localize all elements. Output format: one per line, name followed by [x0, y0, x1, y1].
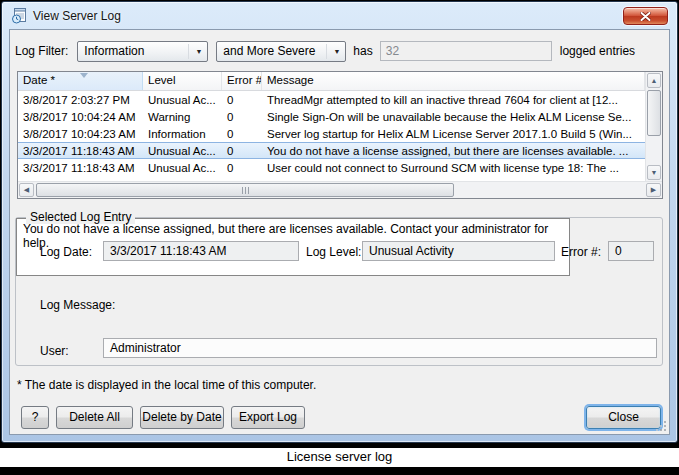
log-filter-direction-select[interactable]: and More Severe ▼ — [216, 41, 346, 62]
table-row[interactable]: 3/8/2017 2:03:27 PMUnusual Ac...0ThreadM… — [18, 91, 645, 108]
column-header-error[interactable]: Error # — [222, 72, 262, 90]
log-filter-row: Log Filter: Information ▼ and More Sever… — [15, 40, 664, 62]
resize-grip-icon[interactable] — [656, 421, 667, 432]
cell-date: 3/8/2017 10:04:24 AM — [18, 111, 143, 123]
chevron-down-icon: ▼ — [195, 42, 202, 61]
close-icon — [640, 7, 651, 25]
log-filter-severity-select[interactable]: Information ▼ — [77, 41, 208, 62]
vertical-scroll-thumb[interactable] — [647, 90, 661, 136]
scroll-up-icon[interactable]: ▲ — [647, 73, 661, 88]
scroll-left-icon[interactable]: ◀ — [19, 183, 34, 197]
log-filter-label: Log Filter: — [15, 44, 68, 58]
user-label: User: — [40, 344, 69, 358]
log-date-field: 3/3/2017 11:18:43 AM — [103, 241, 299, 261]
window-title: View Server Log — [33, 9, 121, 23]
cell-level: Unusual Ac... — [143, 94, 222, 106]
cell-level: Unusual Ac... — [143, 162, 222, 174]
close-button[interactable] — [623, 7, 668, 25]
view-server-log-dialog: View Server Log Log Filter: Information … — [1, 1, 678, 443]
error-number-label: Error #: — [561, 245, 601, 259]
cell-message: ThreadMgr attempted to kill an inactive … — [262, 94, 645, 106]
logged-entries-label: logged entries — [560, 44, 635, 58]
server-log-icon — [11, 8, 27, 24]
scroll-right-icon[interactable]: ▶ — [646, 183, 661, 197]
column-header-date[interactable]: Date * — [18, 72, 143, 90]
chevron-down-icon: ▼ — [333, 42, 340, 61]
cell-date: 3/3/2017 11:18:43 AM — [18, 145, 143, 157]
cell-message: You do not have a license assigned, but … — [262, 145, 645, 157]
column-header-level[interactable]: Level — [143, 72, 222, 90]
selected-log-entry-group: Selected Log Entry Log Date: 3/3/2017 11… — [15, 217, 663, 366]
delete-by-date-button[interactable]: Delete by Date — [140, 406, 224, 429]
titlebar[interactable]: View Server Log — [2, 2, 677, 29]
horizontal-scroll-thumb[interactable] — [36, 183, 454, 197]
cell-level: Unusual Ac... — [143, 145, 222, 157]
table-row[interactable]: 3/8/2017 10:04:24 AMWarning0Single Sign-… — [18, 108, 645, 125]
logged-entries-count-field: 32 — [380, 41, 552, 61]
date-footnote: * The date is displayed in the local tim… — [17, 378, 316, 392]
error-number-field: 0 — [608, 241, 654, 261]
user-field: Administrator — [103, 338, 657, 358]
cell-level: Warning — [143, 111, 222, 123]
log-message-label: Log Message: — [40, 298, 115, 312]
table-row[interactable]: 3/3/2017 11:18:43 AMUnusual Ac...0User c… — [18, 159, 645, 176]
cell-message: Single Sign-On will be unavailable becau… — [262, 111, 645, 123]
close-dialog-button[interactable]: Close — [586, 406, 661, 429]
export-log-button[interactable]: Export Log — [231, 406, 305, 429]
help-button[interactable]: ? — [21, 406, 49, 429]
table-header: Date * Level Error # Message — [18, 72, 645, 91]
table-row[interactable]: 3/3/2017 11:18:43 AMUnusual Ac...0You do… — [18, 142, 645, 159]
log-level-label: Log Level: — [306, 245, 361, 259]
severity-selected-value: Information — [84, 44, 144, 58]
scroll-down-icon[interactable]: ▼ — [647, 165, 661, 180]
cell-date: 3/8/2017 10:04:23 AM — [18, 128, 143, 140]
cell-error: 0 — [222, 145, 262, 157]
screenshot-frame: View Server Log Log Filter: Information … — [0, 0, 679, 475]
cell-error: 0 — [222, 111, 262, 123]
cell-message: User could not connect to Surround SCM w… — [262, 162, 645, 174]
log-level-field: Unusual Activity — [362, 241, 555, 261]
table-row[interactable]: 3/8/2017 10:04:23 AMInformation0Server l… — [18, 125, 645, 142]
group-title: Selected Log Entry — [26, 210, 135, 224]
sort-descending-icon — [80, 73, 88, 78]
column-header-message[interactable]: Message — [262, 72, 645, 90]
vertical-scrollbar[interactable]: ▲ ▼ — [645, 72, 662, 181]
cell-date: 3/8/2017 2:03:27 PM — [18, 94, 143, 106]
cell-level: Information — [143, 128, 222, 140]
cell-error: 0 — [222, 94, 262, 106]
log-date-label: Log Date: — [40, 245, 92, 259]
has-label: has — [353, 44, 372, 58]
direction-selected-value: and More Severe — [223, 44, 315, 58]
horizontal-scrollbar[interactable]: ◀ ▶ — [18, 181, 662, 198]
caption-text: License server log — [287, 449, 393, 464]
dialog-client-area: Log Filter: Information ▼ and More Sever… — [9, 29, 670, 435]
log-table: Date * Level Error # Message 3/8/2017 2:… — [17, 71, 663, 199]
cell-error: 0 — [222, 162, 262, 174]
cell-message: Server log startup for Helix ALM License… — [262, 128, 645, 140]
figure-caption: License server log — [0, 448, 679, 467]
delete-all-button[interactable]: Delete All — [56, 406, 133, 429]
cell-date: 3/3/2017 11:18:43 AM — [18, 162, 143, 174]
log-table-body: 3/8/2017 2:03:27 PMUnusual Ac...0ThreadM… — [18, 91, 645, 176]
cell-error: 0 — [222, 128, 262, 140]
